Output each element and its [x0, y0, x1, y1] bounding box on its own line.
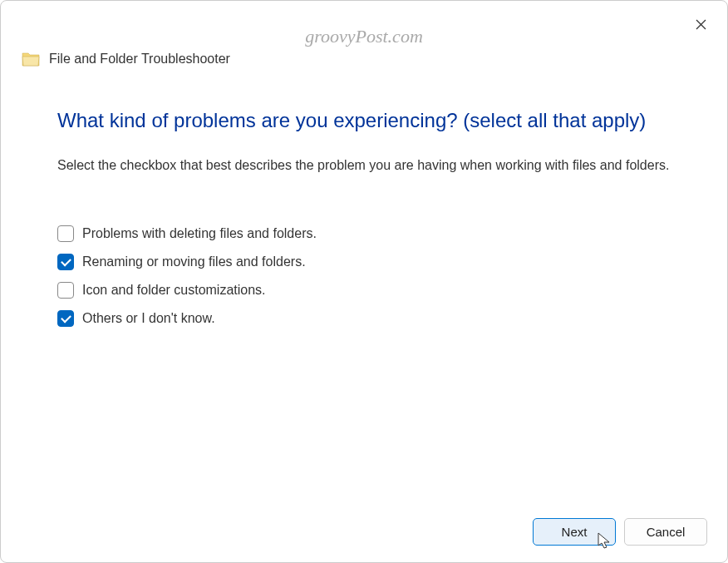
cancel-button[interactable]: Cancel — [624, 518, 707, 546]
app-title: File and Folder Troubleshooter — [49, 52, 230, 67]
option-label: Others or I don't know. — [82, 311, 215, 326]
checkbox[interactable] — [57, 225, 74, 242]
content-area: What kind of problems are you experienci… — [1, 67, 727, 327]
next-button[interactable]: Next — [533, 518, 616, 546]
page-heading: What kind of problems are you experienci… — [57, 109, 671, 132]
close-button[interactable] — [691, 14, 711, 34]
folder-icon — [21, 51, 41, 67]
option-delete-problems[interactable]: Problems with deleting files and folders… — [57, 225, 671, 242]
close-icon — [696, 19, 706, 30]
checkbox[interactable] — [57, 254, 74, 270]
option-rename-move[interactable]: Renaming or moving files and folders. — [57, 254, 671, 270]
checkbox[interactable] — [57, 310, 74, 327]
option-label: Problems with deleting files and folders… — [82, 226, 317, 241]
options-list: Problems with deleting files and folders… — [57, 225, 671, 327]
troubleshooter-window: groovyPost.com File and Folder Troublesh… — [0, 0, 728, 563]
option-icon-customization[interactable]: Icon and folder customizations. — [57, 282, 671, 299]
option-label: Renaming or moving files and folders. — [82, 254, 306, 269]
page-description: Select the checkbox that best describes … — [57, 156, 671, 175]
header: File and Folder Troubleshooter — [1, 1, 727, 67]
option-others[interactable]: Others or I don't know. — [57, 310, 671, 327]
checkbox[interactable] — [57, 282, 74, 299]
footer-buttons: Next Cancel — [533, 518, 707, 546]
option-label: Icon and folder customizations. — [82, 283, 266, 298]
